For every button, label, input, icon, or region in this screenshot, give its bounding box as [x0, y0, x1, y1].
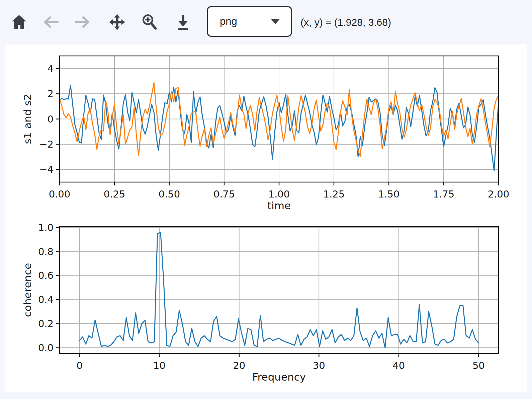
x-axis-label: time	[267, 200, 291, 212]
download-button[interactable]	[174, 13, 192, 31]
y-tick-label: 0.2	[38, 318, 54, 329]
x-tick-label: 0.50	[159, 188, 180, 200]
x-tick-label: 0.00	[49, 188, 71, 200]
x-tick-label: 20	[233, 360, 245, 371]
figure-canvas[interactable]: 0.000.250.500.751.001.251.501.752.00420−…	[5, 45, 527, 392]
y-tick-label: −2	[39, 139, 54, 150]
x-tick-label: 1.00	[268, 188, 290, 200]
zoom-magnifier-icon	[141, 13, 158, 31]
pan-arrows-icon	[109, 14, 125, 30]
y-tick-label: 0.6	[38, 270, 54, 281]
cursor-coordinates-readout: (x, y) = (1.928, 3.68)	[300, 17, 391, 28]
home-button[interactable]	[10, 13, 28, 31]
y-tick-label: 0.4	[38, 294, 54, 305]
arrow-right-icon	[75, 15, 91, 29]
y-tick-label: 1.0	[38, 222, 54, 233]
y-tick-label: 2	[48, 88, 54, 99]
x-tick-label: 30	[313, 360, 325, 371]
x-tick-label: 1.50	[378, 188, 400, 200]
zoom-button[interactable]	[140, 13, 159, 31]
coherence-line	[80, 232, 479, 348]
axes-1: 010203040501.00.80.60.40.20.0Frequencyco…	[21, 222, 499, 383]
arrow-left-icon	[43, 15, 59, 29]
download-icon	[175, 14, 191, 30]
back-button[interactable]	[41, 13, 60, 31]
forward-button[interactable]	[73, 13, 92, 31]
y-tick-label: 4	[48, 63, 54, 74]
home-icon	[11, 14, 27, 30]
matplotlib-toolbar: png (x, y) = (1.928, 3.68)	[0, 0, 532, 45]
axes-0: 0.000.250.500.751.001.251.501.752.00420−…	[21, 56, 509, 212]
y-tick-label: −4	[39, 164, 54, 175]
y-tick-label: 0.8	[38, 246, 54, 257]
y-axis-label: s1 and s2	[21, 94, 33, 144]
x-tick-label: 1.25	[323, 188, 345, 200]
figure-container: 0.000.250.500.751.001.251.501.752.00420−…	[5, 45, 527, 392]
x-axis-label: Frequency	[252, 371, 306, 383]
pan-button[interactable]	[108, 13, 126, 31]
x-tick-label: 50	[472, 360, 485, 371]
format-select-value: png	[220, 15, 237, 27]
chevron-down-icon	[271, 19, 280, 24]
x-tick-label: 2.00	[488, 188, 510, 200]
x-tick-label: 40	[392, 360, 405, 371]
x-tick-label: 0	[76, 360, 82, 371]
y-tick-label: 0	[48, 113, 54, 125]
x-tick-label: 10	[153, 360, 166, 371]
format-select[interactable]: png	[207, 6, 292, 37]
y-axis-label: coherence	[21, 263, 33, 317]
axes-spines	[60, 227, 499, 353]
x-tick-label: 0.25	[104, 188, 125, 200]
x-tick-label: 1.75	[433, 188, 455, 200]
y-tick-label: 0.0	[38, 342, 54, 353]
x-tick-label: 0.75	[213, 188, 235, 200]
